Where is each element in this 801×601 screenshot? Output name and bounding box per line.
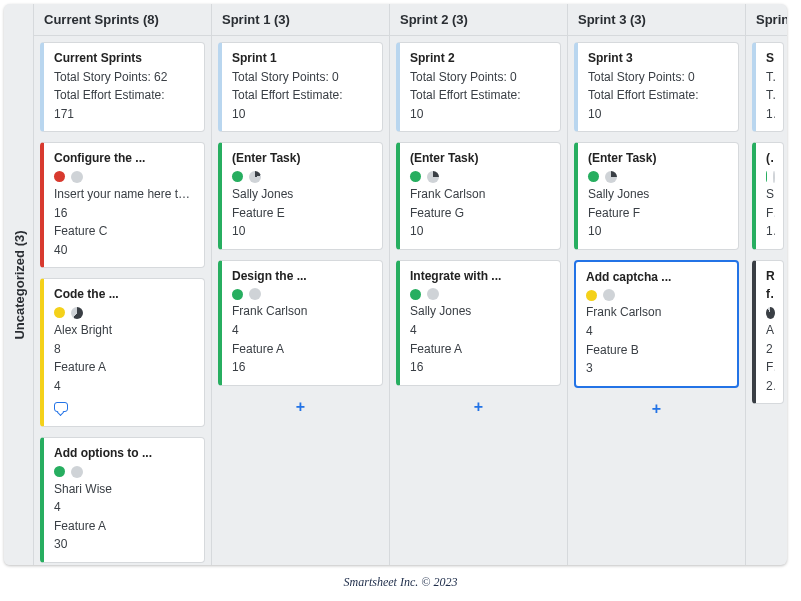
add-card-button[interactable]: +: [574, 398, 739, 426]
summary-title: S: [766, 49, 775, 68]
card-field: Feature F: [588, 204, 730, 223]
status-dot-icon: [586, 290, 597, 301]
card-field: 10: [232, 222, 374, 241]
summary-points: Total Story Points: 0: [588, 68, 730, 87]
summary-card[interactable]: Sprint 2Total Story Points: 0Total Effor…: [396, 42, 561, 132]
summary-points: To: [766, 68, 775, 87]
add-card-button[interactable]: +: [396, 396, 561, 424]
card-title: Integrate with ...: [410, 267, 552, 286]
task-card[interactable]: (Enter Task)Frank CarlsonFeature G10: [396, 142, 561, 249]
card-field: 4: [54, 498, 196, 517]
status-dots: [410, 288, 552, 300]
status-dot-icon: [766, 171, 767, 182]
card-field: Frank Carlson: [586, 303, 729, 322]
task-card[interactable]: Code the ...Alex Bright8Feature A4: [40, 278, 205, 427]
card-field: Alex Bright: [54, 321, 196, 340]
task-card[interactable]: Integrate with ...Sally Jones4Feature A1…: [396, 260, 561, 386]
column: Sprint 2 (3)Sprint 2Total Story Points: …: [390, 4, 568, 565]
card-title: (Enter Task): [410, 149, 552, 168]
progress-pie-icon: [766, 307, 775, 319]
status-dot-icon: [588, 171, 599, 182]
card-field: 3: [586, 359, 729, 378]
column-body: Sprint 2Total Story Points: 0Total Effor…: [390, 36, 567, 565]
card-title: (Enter Task): [588, 149, 730, 168]
card-field: 2: [766, 340, 775, 359]
uncategorized-label: Uncategorized (3): [11, 230, 26, 339]
summary-effort-value: 10: [232, 105, 374, 124]
status-dots: [54, 307, 196, 319]
task-card[interactable]: (Enter Task)Sally JonesFeature E10: [218, 142, 383, 249]
card-title: Add options to ...: [54, 444, 196, 463]
status-dots: [410, 171, 552, 183]
card-field: Frank Carlson: [232, 302, 374, 321]
card-field: Fe: [766, 204, 775, 223]
status-dot-icon: [410, 289, 421, 300]
progress-pie-icon: [773, 171, 775, 183]
summary-card[interactable]: SToTo10: [752, 42, 784, 132]
status-dot-icon: [410, 171, 421, 182]
progress-pie-icon: [427, 288, 439, 300]
summary-card[interactable]: Sprint 1Total Story Points: 0Total Effor…: [218, 42, 383, 132]
card-field: Sally Jones: [588, 185, 730, 204]
card-field: 30: [54, 535, 196, 554]
status-dots: [232, 288, 374, 300]
card-field: Fe: [766, 358, 775, 377]
card-title: (E: [766, 149, 775, 168]
card-field: Frank Carlson: [410, 185, 552, 204]
task-card[interactable]: Add options to ...Shari Wise4Feature A30: [40, 437, 205, 563]
status-dot-icon: [54, 466, 65, 477]
status-dots: [766, 307, 775, 319]
task-card[interactable]: Add captcha ...Frank Carlson4Feature B3: [574, 260, 739, 388]
summary-effort-label: Total Effort Estimate:: [54, 86, 196, 105]
summary-title: Current Sprints: [54, 49, 196, 68]
column-header[interactable]: Sprint 3 (3): [568, 4, 745, 36]
task-card[interactable]: (Enter Task)Sally JonesFeature F10: [574, 142, 739, 249]
column-body: Sprint 1Total Story Points: 0Total Effor…: [212, 36, 389, 565]
column-header[interactable]: Sprin: [746, 4, 787, 36]
task-card[interactable]: RefoAl2Fe24: [752, 260, 784, 405]
card-field: 40: [54, 241, 196, 260]
column-header[interactable]: Current Sprints (8): [34, 4, 211, 36]
add-card-button[interactable]: +: [218, 396, 383, 424]
status-dots: [54, 466, 196, 478]
summary-card[interactable]: Sprint 3Total Story Points: 0Total Effor…: [574, 42, 739, 132]
task-card[interactable]: Design the ...Frank Carlson4Feature A16: [218, 260, 383, 386]
card-field: Feature C: [54, 222, 196, 241]
card-field: 10: [410, 222, 552, 241]
status-dots: [588, 171, 730, 183]
card-title: Design the ...: [232, 267, 374, 286]
progress-pie-icon: [71, 307, 83, 319]
card-field: 10: [766, 222, 775, 241]
column-body: SToTo10(ESaFe10RefoAl2Fe24: [746, 36, 787, 565]
summary-effort-value: 10: [766, 105, 775, 124]
comment-icon[interactable]: [54, 402, 68, 412]
progress-pie-icon: [605, 171, 617, 183]
summary-effort-label: Total Effort Estimate:: [588, 86, 730, 105]
card-field: Shari Wise: [54, 480, 196, 499]
card-title: Code the ...: [54, 285, 196, 304]
column: Sprint 1 (3)Sprint 1Total Story Points: …: [212, 4, 390, 565]
card-field: 16: [232, 358, 374, 377]
progress-pie-icon: [71, 171, 83, 183]
card-field: 4: [232, 321, 374, 340]
summary-card[interactable]: Current SprintsTotal Story Points: 62Tot…: [40, 42, 205, 132]
card-title: Configure the ...: [54, 149, 196, 168]
card-field: Feature A: [232, 340, 374, 359]
column-header[interactable]: Sprint 2 (3): [390, 4, 567, 36]
column-header[interactable]: Sprint 1 (3): [212, 4, 389, 36]
column: SprinSToTo10(ESaFe10RefoAl2Fe24: [746, 4, 787, 565]
column: Current Sprints (8)Current SprintsTotal …: [34, 4, 212, 565]
column-body: Current SprintsTotal Story Points: 62Tot…: [34, 36, 211, 565]
uncategorized-tab[interactable]: Uncategorized (3): [4, 4, 34, 565]
card-field: 4: [410, 321, 552, 340]
summary-points: Total Story Points: 62: [54, 68, 196, 87]
kanban-board: Uncategorized (3) Current Sprints (8)Cur…: [4, 4, 787, 565]
progress-pie-icon: [427, 171, 439, 183]
task-card[interactable]: (ESaFe10: [752, 142, 784, 249]
card-field: 4: [586, 322, 729, 341]
summary-effort-label: Total Effort Estimate:: [410, 86, 552, 105]
summary-title: Sprint 2: [410, 49, 552, 68]
card-title: (Enter Task): [232, 149, 374, 168]
task-card[interactable]: Configure the ...Insert your name here t…: [40, 142, 205, 268]
card-field: 4: [54, 377, 196, 396]
